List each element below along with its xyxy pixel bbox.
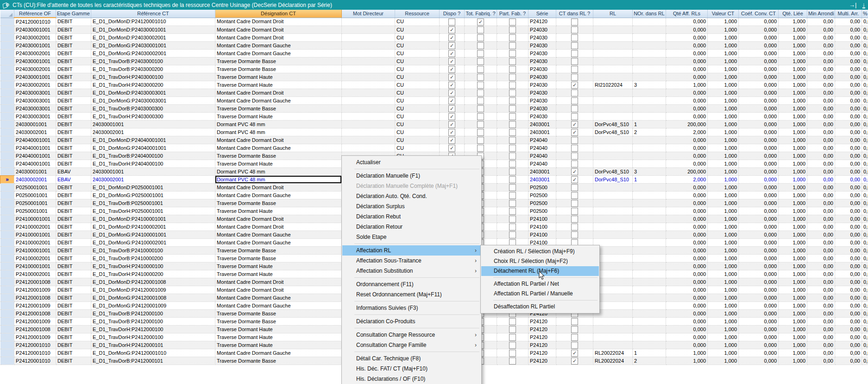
- cell-qte-liee[interactable]: 1,000: [779, 255, 807, 262]
- cell-reference-of[interactable]: P24100001001: [14, 231, 56, 239]
- ct-dans-rl-checkbox[interactable]: [571, 318, 578, 325]
- cell-reference-of[interactable]: P24120001010: [14, 341, 56, 349]
- cell-coef-conv-ct[interactable]: 0,000: [739, 168, 779, 176]
- cell-etape-gamme[interactable]: DEBIT: [56, 18, 91, 26]
- cell-multi-arr[interactable]: 0,00: [835, 34, 862, 42]
- cell-qte-liee[interactable]: 1,000: [779, 176, 807, 184]
- cell-multi-arr[interactable]: 0,00: [835, 176, 862, 184]
- cell-reference-ct[interactable]: E_D1_DorMonD:P24100002001: [91, 223, 215, 231]
- cell-rl[interactable]: [593, 89, 633, 97]
- part-fab-checkbox[interactable]: [509, 184, 516, 191]
- column-header-of[interactable]: Référence OF: [14, 10, 56, 18]
- cell-etape-gamme[interactable]: DEBIT: [56, 231, 91, 239]
- column-header-ct[interactable]: Référence CT: [91, 10, 215, 18]
- cell-min-arrondi[interactable]: 0,00: [807, 97, 835, 105]
- cell-ressource[interactable]: CU: [395, 97, 440, 105]
- column-header-multiarr[interactable]: Multi. Arr.: [835, 10, 862, 18]
- cell-qte-liee[interactable]: 1,000: [779, 152, 807, 160]
- cell-qte-aff-rls[interactable]: 0,000: [666, 310, 708, 318]
- cell-serie[interactable]: P24030: [528, 89, 556, 97]
- row-selector[interactable]: [0, 168, 14, 176]
- cell-serie[interactable]: P24030: [528, 73, 556, 81]
- cell-ressource[interactable]: CU: [395, 26, 440, 34]
- cell-min-arrondi[interactable]: 0,00: [807, 128, 835, 136]
- tot-fabrique-checkbox[interactable]: [477, 42, 484, 49]
- cell-serie[interactable]: P24030: [528, 42, 556, 50]
- cell-coef-conv-ct[interactable]: 0,000: [739, 326, 779, 333]
- ct-dans-rl-checkbox[interactable]: [571, 200, 578, 207]
- row-selector[interactable]: [0, 231, 14, 239]
- cell-valeur-ct[interactable]: 1,000: [708, 152, 739, 160]
- cell-coef-conv-ct[interactable]: 0,000: [739, 247, 779, 255]
- cell-nor-dans-rl[interactable]: [633, 247, 666, 255]
- cell-rl[interactable]: [593, 152, 633, 160]
- cell-multi-arr[interactable]: 0,00: [835, 128, 862, 136]
- cell-etape-gamme[interactable]: DEBIT: [56, 215, 91, 223]
- context-menu-item-actualiser[interactable]: Actualiser: [342, 157, 481, 167]
- part-fab-checkbox[interactable]: [509, 176, 516, 183]
- cell-multi-arr[interactable]: 0,00: [835, 160, 862, 168]
- cell-valeur-ct[interactable]: 1,000: [708, 168, 739, 176]
- column-header-pcta[interactable]: % A: [862, 10, 868, 18]
- cell-reference-of[interactable]: P24030002001: [14, 65, 56, 73]
- context-menu-item-consultation-charge-ressource[interactable]: Consultation Charge Ressource›: [342, 330, 481, 340]
- dispo-checkbox-checked[interactable]: ✓: [448, 97, 455, 104]
- cell-multi-arr[interactable]: 0,00: [835, 262, 862, 270]
- dispo-checkbox-checked[interactable]: ✓: [448, 82, 455, 89]
- cell-serie[interactable]: P24040: [528, 160, 556, 168]
- cell-qte-liee[interactable]: 1,000: [779, 294, 807, 302]
- cell-designation-ct[interactable]: Montant Cadre Dormant Gauche: [215, 239, 342, 247]
- row-selector[interactable]: [0, 50, 14, 58]
- cell-coef-conv-ct[interactable]: 0,000: [739, 121, 779, 128]
- cell-etape-gamme[interactable]: DEBIT: [56, 310, 91, 318]
- column-header-qteaff[interactable]: Qté Aff. RLs: [666, 10, 708, 18]
- cell-rl[interactable]: [593, 160, 633, 168]
- cell-multi-arr[interactable]: 0,00: [835, 341, 862, 349]
- cell-min-arrondi[interactable]: 0,00: [807, 270, 835, 278]
- cell-qte-liee[interactable]: 1,000: [779, 278, 807, 286]
- submenu-item-affectation-rl-partiel-manuelle[interactable]: Affectation RL Partiel / Manuelle: [481, 289, 599, 299]
- cell-reference-ct[interactable]: E_D1_TravDorB:P2412000100: [91, 310, 215, 318]
- ct-dans-rl-checkbox-checked[interactable]: ✓: [571, 176, 578, 183]
- cell-min-arrondi[interactable]: 0,00: [807, 176, 835, 184]
- cell-coef-conv-ct[interactable]: 0,000: [739, 215, 779, 223]
- cell-ressource[interactable]: CU: [395, 65, 440, 73]
- cell-pct-aff[interactable]: 0,00: [862, 223, 868, 231]
- cell-reference-ct[interactable]: E_D1_TravDorH:P2410000100: [91, 262, 215, 270]
- part-fab-checkbox[interactable]: [509, 66, 516, 73]
- cell-etape-gamme[interactable]: DEBIT: [56, 286, 91, 294]
- cell-serie[interactable]: P24040: [528, 152, 556, 160]
- cell-coef-conv-ct[interactable]: 0,000: [739, 294, 779, 302]
- cell-rl[interactable]: [593, 326, 633, 333]
- cell-pct-aff[interactable]: 0,00: [862, 231, 868, 239]
- cell-valeur-ct[interactable]: 1,000: [708, 42, 739, 50]
- cell-serie[interactable]: P24040: [528, 136, 556, 144]
- cell-valeur-ct[interactable]: 1,000: [708, 73, 739, 81]
- cell-pct-aff[interactable]: 0,00: [862, 286, 868, 294]
- cell-rl[interactable]: RL20022024: [593, 357, 633, 365]
- ct-dans-rl-checkbox[interactable]: [571, 113, 578, 120]
- cell-multi-arr[interactable]: 0,00: [835, 294, 862, 302]
- row-selector[interactable]: [0, 341, 14, 349]
- cell-designation-ct[interactable]: Montant Cadre Dormant Droit: [215, 286, 342, 294]
- cell-qte-aff-rls[interactable]: 0,000: [666, 34, 708, 42]
- cell-reference-ct[interactable]: E_D1_TravDorB:P2403000200: [91, 65, 215, 73]
- cell-qte-liee[interactable]: 1,000: [779, 58, 807, 65]
- cell-etape-gamme[interactable]: DEBIT: [56, 302, 91, 310]
- cell-valeur-ct[interactable]: 1,000: [708, 184, 739, 192]
- cell-coef-conv-ct[interactable]: 0,000: [739, 333, 779, 341]
- cell-rl[interactable]: DorPvc48_S10: [593, 128, 633, 136]
- cell-etape-gamme[interactable]: DEBIT: [56, 58, 91, 65]
- cell-coef-conv-ct[interactable]: 0,000: [739, 223, 779, 231]
- cell-etape-gamme[interactable]: EBAV: [56, 176, 91, 184]
- cell-ressource[interactable]: CU: [395, 34, 440, 42]
- ct-dans-rl-checkbox-checked[interactable]: ✓: [571, 358, 578, 365]
- cell-qte-liee[interactable]: 1,000: [779, 42, 807, 50]
- cell-reference-ct[interactable]: 24030002001: [91, 128, 215, 136]
- cell-nor-dans-rl[interactable]: [633, 97, 666, 105]
- submenu-item-creation-rl-selection-maj-f9[interactable]: Création RL / Sélection (Maj+F9): [481, 247, 599, 256]
- cell-pct-aff[interactable]: 0,00: [862, 121, 868, 128]
- cell-serie[interactable]: P24030: [528, 97, 556, 105]
- cell-valeur-ct[interactable]: 1,000: [708, 65, 739, 73]
- tot-fabrique-checkbox[interactable]: [477, 34, 484, 41]
